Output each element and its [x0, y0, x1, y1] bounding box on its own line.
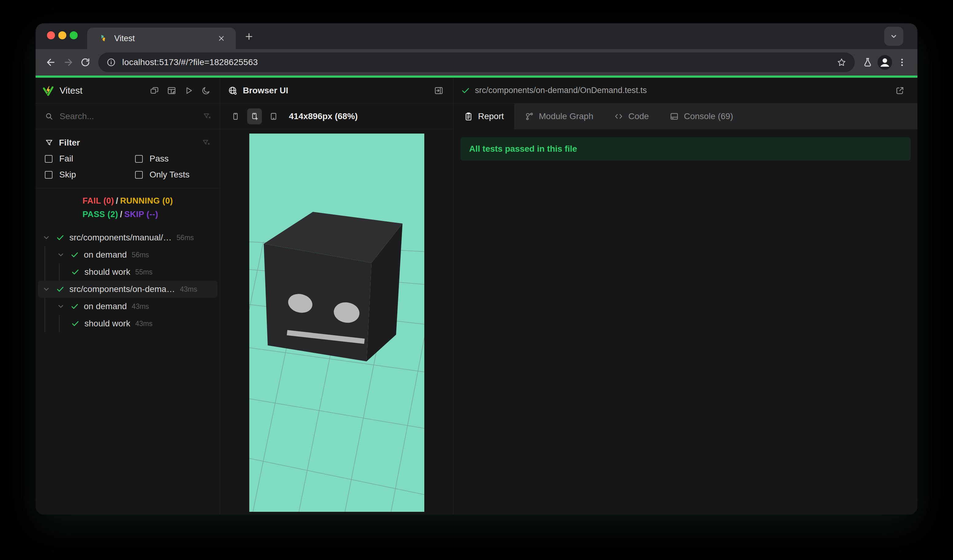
- report-content: All tests passed in this file: [453, 129, 917, 515]
- clear-filters-icon[interactable]: [201, 138, 211, 148]
- dock-panel-right-icon[interactable]: [433, 85, 444, 96]
- pass-check-icon: [71, 268, 79, 276]
- tab-close-icon[interactable]: [216, 33, 227, 43]
- browser-menu-kebab-icon[interactable]: [893, 54, 911, 71]
- tab-module-graph[interactable]: Module Graph: [514, 104, 604, 129]
- fail-count: FAIL (0): [82, 196, 114, 205]
- chevron-down-icon[interactable]: [42, 285, 50, 293]
- profile-avatar[interactable]: [876, 54, 893, 71]
- stats-line-1: FAIL (0)/RUNNING (0): [82, 194, 173, 208]
- checkbox-label: Only Tests: [149, 170, 189, 180]
- test-duration: 43ms: [180, 285, 197, 293]
- robot-cube: [264, 212, 402, 361]
- test-case-name: should work: [84, 319, 130, 329]
- vitest-app: Vitest: [36, 76, 917, 515]
- chevron-down-icon[interactable]: [42, 234, 50, 242]
- run-all-tests-icon[interactable]: [183, 85, 194, 96]
- tab-search-button[interactable]: [884, 27, 903, 46]
- checkbox[interactable]: [45, 155, 53, 163]
- search-input[interactable]: [60, 112, 203, 121]
- test-case-row[interactable]: should work 55ms: [38, 264, 217, 281]
- running-count: RUNNING (0): [120, 196, 173, 205]
- search-bar: [36, 104, 220, 129]
- device-tablet-icon[interactable]: [266, 109, 281, 124]
- test-duration: 56ms: [177, 234, 194, 242]
- tab-report[interactable]: Report: [453, 104, 514, 129]
- test-file-row[interactable]: src/components/manual/… 56ms: [38, 229, 217, 246]
- dark-mode-moon-icon[interactable]: [201, 85, 211, 96]
- test-case-row[interactable]: should work 43ms: [38, 315, 217, 332]
- back-button[interactable]: [42, 54, 60, 71]
- test-file-path: src/components/on-demand/OnDemand.test.t…: [475, 86, 647, 95]
- chevron-down-icon[interactable]: [57, 302, 65, 310]
- tab-console[interactable]: Console (69): [659, 104, 743, 129]
- url-text[interactable]: localhost:5173/#/?file=1828625563: [122, 57, 258, 67]
- experiments-flask-icon[interactable]: [859, 54, 876, 71]
- checkbox[interactable]: [135, 155, 143, 163]
- module-graph-icon: [525, 112, 534, 121]
- checkbox-label: Fail: [59, 154, 73, 164]
- reload-button[interactable]: [77, 54, 94, 71]
- all-tests-passed-banner: All tests passed in this file: [461, 137, 911, 161]
- window-close-button[interactable]: [47, 31, 55, 39]
- bookmark-star-icon[interactable]: [835, 55, 849, 70]
- pass-check-icon: [70, 302, 79, 311]
- test-file-name: src/components/on-dema…: [69, 284, 175, 294]
- filter-checkbox-only-tests[interactable]: Only Tests: [135, 170, 211, 180]
- test-suite-name: on demand: [84, 250, 127, 260]
- vitest-favicon-icon: [98, 34, 107, 43]
- test-progress-bar: [36, 76, 917, 78]
- filter-checkbox-pass[interactable]: Pass: [135, 154, 211, 164]
- checkbox-label: Skip: [59, 170, 76, 180]
- checkbox[interactable]: [135, 171, 143, 179]
- tab-code[interactable]: Code: [604, 104, 659, 129]
- file-pass-check-icon: [461, 86, 470, 95]
- pass-check-icon: [56, 285, 64, 293]
- test-suite-row[interactable]: on demand 43ms: [38, 298, 217, 315]
- open-external-icon[interactable]: [895, 85, 905, 96]
- test-file-name: src/components/manual/…: [69, 233, 172, 242]
- browser-ui-header: Browser UI: [220, 78, 453, 104]
- code-icon: [614, 112, 623, 121]
- tab-label: Module Graph: [539, 112, 593, 121]
- clear-search-filter-icon[interactable]: [203, 112, 211, 121]
- skip-count: SKIP (--): [124, 210, 158, 219]
- filter-checkbox-skip[interactable]: Skip: [45, 170, 135, 180]
- checkbox[interactable]: [45, 171, 53, 179]
- browser-toolbar: localhost:5173/#/?file=1828625563: [36, 49, 917, 76]
- window-zoom-button[interactable]: [70, 31, 78, 39]
- address-bar[interactable]: localhost:5173/#/?file=1828625563: [98, 53, 855, 72]
- forward-button[interactable]: [60, 54, 77, 71]
- test-file-row-selected[interactable]: src/components/on-dema… 43ms: [38, 281, 217, 298]
- chevron-down-icon[interactable]: [57, 251, 65, 259]
- stats-line-2: PASS (2)/SKIP (--): [82, 208, 173, 221]
- report-tab-bar: Report Module Graph: [453, 104, 917, 129]
- filter-section: Filter Fail: [36, 129, 220, 189]
- device-phone-small-icon[interactable]: [228, 109, 243, 124]
- collapse-panels-icon[interactable]: [149, 85, 160, 96]
- dashboard-icon[interactable]: [166, 85, 177, 96]
- device-phone-add-icon[interactable]: [247, 109, 262, 124]
- search-icon: [45, 112, 53, 121]
- test-duration: 43ms: [132, 302, 149, 311]
- indent-guide: [45, 315, 45, 332]
- window-minimize-button[interactable]: [58, 31, 66, 39]
- sidebar-header: Vitest: [36, 78, 220, 104]
- vitest-logo-icon: [42, 85, 54, 96]
- filter-checkbox-fail[interactable]: Fail: [45, 154, 135, 164]
- tab-label: Code: [628, 112, 649, 121]
- test-suite-row[interactable]: on demand 56ms: [38, 246, 217, 264]
- new-tab-button[interactable]: [242, 29, 256, 43]
- indent-guide: [45, 298, 45, 315]
- browser-tab[interactable]: Vitest: [87, 28, 236, 49]
- browser-viewport-scene[interactable]: [249, 133, 424, 512]
- test-duration: 43ms: [135, 320, 152, 328]
- indent-guide: [59, 264, 60, 281]
- console-icon: [670, 112, 679, 121]
- test-duration: 56ms: [132, 251, 149, 259]
- report-file-header: src/components/on-demand/OnDemand.test.t…: [453, 78, 917, 104]
- viewport-size-label: 414x896px (68%): [289, 112, 358, 121]
- browser-tab-strip: Vitest: [36, 23, 917, 49]
- browser-ui-title: Browser UI: [243, 86, 288, 96]
- site-info-icon[interactable]: [104, 56, 118, 69]
